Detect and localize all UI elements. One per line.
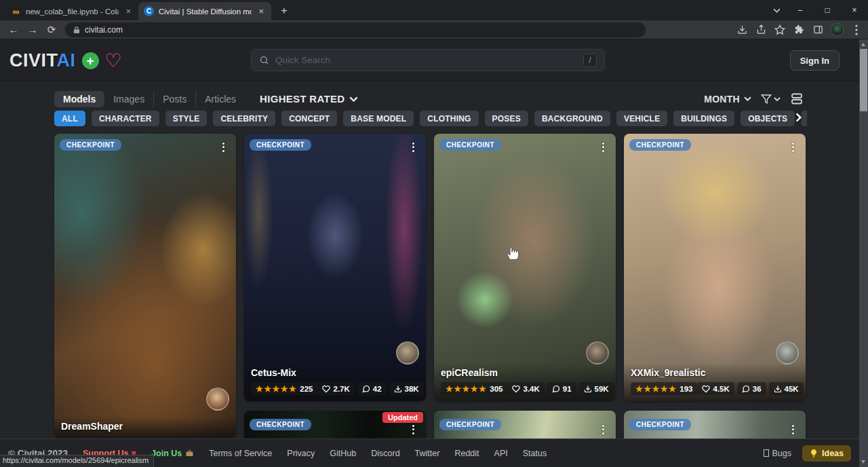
model-type-badge[interactable]: CHECKPOINT [439, 419, 501, 430]
footer-link[interactable]: Twitter [415, 449, 440, 458]
period-label: MONTH [704, 94, 740, 105]
card-menu-icon[interactable] [597, 139, 608, 155]
card-menu-icon[interactable] [597, 422, 608, 437]
minimize-button[interactable]: – [787, 0, 814, 20]
footer-link[interactable]: GitHub [330, 449, 356, 458]
model-type-badge[interactable]: CHECKPOINT [60, 139, 121, 151]
bookmark-star-icon[interactable] [774, 24, 786, 36]
model-type-badge[interactable]: CHECKPOINT [250, 139, 311, 151]
footer-link[interactable]: Status [523, 449, 547, 458]
category-chip[interactable]: CONCEPT [281, 111, 337, 126]
category-chip[interactable]: ANIMAL [801, 111, 807, 126]
nav-tab[interactable]: Images [104, 91, 153, 107]
join-us-link[interactable]: Join Us [151, 449, 194, 458]
category-chip[interactable]: CLOTHING [420, 111, 478, 126]
category-chip[interactable]: CHARACTER [92, 111, 159, 126]
model-card[interactable]: CHECKPOINT Cetus-Mix ★★★★★ 225 2.7K 42 [244, 134, 426, 401]
model-card[interactable]: CHECKPOINT epiCRealism ★★★★★ 305 3.4K 91 [434, 134, 616, 401]
page-scrollbar[interactable] [859, 39, 868, 467]
bugs-link[interactable]: Bugs [764, 449, 792, 458]
category-chip[interactable]: ALL [54, 111, 85, 126]
footer-link[interactable]: Discord [371, 449, 399, 458]
share-icon[interactable] [755, 24, 767, 36]
sign-in-button[interactable]: Sign In [790, 50, 840, 71]
funnel-icon [761, 94, 772, 105]
card-menu-icon[interactable] [787, 139, 798, 155]
forward-button[interactable]: → [24, 22, 41, 38]
quick-search-bar[interactable]: / [251, 49, 605, 71]
model-type-badge[interactable]: CHECKPOINT [250, 419, 311, 430]
back-button[interactable]: ← [5, 22, 22, 38]
maximize-button[interactable]: □ [814, 0, 841, 20]
download-status-icon[interactable] [736, 24, 748, 36]
screen: ∞ new_colab_file.ipynb - Colaborat × C C… [0, 0, 868, 467]
lightbulb-icon [810, 449, 818, 458]
scroll-down-arrow-icon[interactable] [861, 460, 865, 464]
tab-close-icon[interactable]: × [256, 6, 266, 16]
support-heart-icon[interactable]: ♡ [105, 52, 122, 71]
footer-link[interactable]: API [494, 449, 508, 458]
category-chip[interactable]: VEHICLE [616, 111, 667, 126]
address-bar[interactable]: civitai.com [65, 22, 646, 37]
content-tabs: Models Images Posts Articles [54, 91, 245, 107]
model-type-badge[interactable]: CHECKPOINT [439, 139, 501, 151]
browser-menu-icon[interactable] [850, 24, 863, 36]
model-type-badge[interactable]: CHECKPOINT [629, 139, 691, 151]
period-dropdown[interactable]: MONTH [704, 94, 751, 105]
extensions-puzzle-icon[interactable] [793, 24, 805, 36]
footer-link[interactable]: Privacy [287, 449, 315, 458]
briefcase-icon [185, 449, 194, 457]
card-menu-icon[interactable] [408, 139, 418, 155]
reload-button[interactable]: ⟳ [43, 22, 60, 38]
creator-avatar[interactable] [586, 341, 609, 365]
creator-avatar[interactable] [396, 341, 419, 365]
nav-tab[interactable]: Models [54, 91, 104, 107]
close-window-button[interactable]: × [841, 0, 868, 20]
star-icons: ★★★★★ [635, 384, 677, 394]
search-input[interactable] [275, 55, 577, 65]
category-chip[interactable]: BACKGROUND [534, 111, 610, 126]
model-preview-image [624, 134, 806, 401]
card-menu-icon[interactable] [787, 422, 798, 437]
category-chip[interactable]: CELEBRITY [213, 111, 275, 126]
card-stats: ★★★★★ 305 3.4K 91 59K [441, 382, 609, 395]
footer-link[interactable]: Reddit [454, 449, 479, 458]
model-card[interactable]: CHECKPOINT DreamShaper [54, 134, 236, 438]
url-text: civitai.com [85, 25, 123, 35]
scroll-up-arrow-icon[interactable] [861, 43, 865, 46]
sort-dropdown[interactable]: HIGHEST RATED [260, 93, 358, 105]
filter-dropdown[interactable] [761, 94, 781, 105]
comments-chip: 91 [547, 382, 576, 395]
creator-avatar[interactable] [776, 341, 799, 365]
model-type-badge[interactable]: CHECKPOINT [629, 419, 691, 430]
nav-tab[interactable]: Articles [195, 91, 245, 107]
category-chip[interactable]: BASE MODEL [343, 111, 414, 126]
browser-profile-avatar[interactable] [831, 23, 844, 36]
ideas-button[interactable]: Ideas [802, 445, 851, 462]
card-menu-icon[interactable] [408, 422, 418, 437]
footer-links: Terms of Service Privacy GitHub Discord … [209, 449, 547, 458]
nav-tab[interactable]: Posts [153, 91, 195, 107]
card-menu-icon[interactable] [218, 139, 229, 155]
category-chip[interactable]: STYLE [165, 111, 208, 126]
category-chip[interactable]: POSES [485, 111, 528, 126]
category-chip[interactable]: BUILDINGS [673, 111, 734, 126]
browser-tab[interactable]: ∞ new_colab_file.ipynb - Colaborat × [5, 2, 138, 20]
civitai-logo[interactable]: CIVITAI + ♡ [9, 50, 122, 71]
tab-search-icon[interactable] [766, 0, 787, 20]
new-tab-button[interactable]: + [275, 2, 293, 20]
side-panel-icon[interactable] [812, 24, 824, 36]
card-footer: XXMix_9realistic ★★★★★ 193 4.5K 36 [624, 363, 806, 401]
tab-close-icon[interactable]: × [123, 6, 133, 16]
category-chip[interactable]: OBJECTS [741, 111, 795, 126]
browser-tab[interactable]: C Civitai | Stable Diffusion models, × [138, 2, 271, 20]
create-plus-icon[interactable]: + [82, 52, 99, 69]
content-nav-row: Models Images Posts Articles HIGHEST RAT… [54, 90, 804, 108]
scrollbar-thumb[interactable] [860, 49, 867, 111]
model-card[interactable]: CHECKPOINT XXMix_9realistic ★★★★★ 193 4.… [624, 134, 806, 401]
likes-count: 2.7K [333, 385, 349, 393]
footer-link[interactable]: Terms of Service [209, 449, 272, 458]
layout-toggle[interactable] [790, 93, 804, 105]
categories-scroll-right-icon[interactable] [795, 113, 802, 125]
creator-avatar[interactable] [206, 388, 229, 411]
